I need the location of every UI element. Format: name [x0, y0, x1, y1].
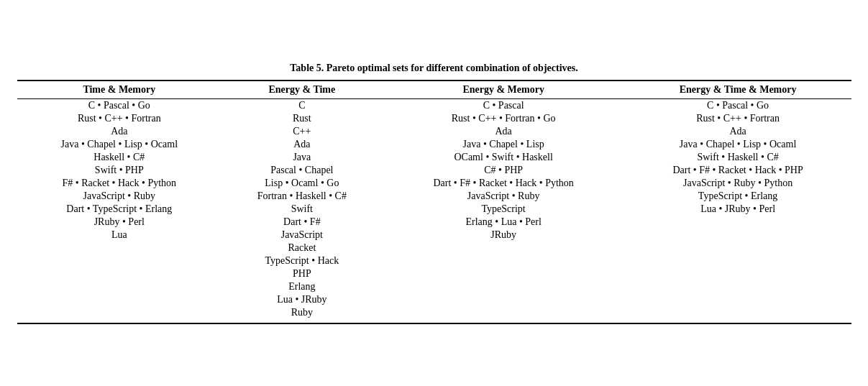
- table-row: AdaC++AdaAda: [17, 125, 851, 138]
- table-cell: Erlang: [221, 280, 382, 293]
- table-row: Rust • C++ • FortranRustRust • C++ • For…: [17, 112, 851, 125]
- table-cell: Ada: [221, 138, 382, 151]
- table-row: Dart • TypeScript • ErlangSwiftTypeScrip…: [17, 203, 851, 216]
- table-cell: Dart • TypeScript • Erlang: [17, 203, 222, 216]
- table-cell: Rust: [221, 112, 382, 125]
- table-cell: [383, 306, 625, 323]
- table-cell: [17, 280, 222, 293]
- table-container: Table 5. Pareto optimal sets for differe…: [17, 63, 851, 324]
- table-row: PHP: [17, 267, 851, 280]
- table-cell: Dart • F# • Racket • Hack • PHP: [625, 164, 851, 177]
- table-cell: [625, 280, 851, 293]
- table-cell: [17, 254, 222, 267]
- table-cell: Racket: [221, 242, 382, 254]
- table-body: C • Pascal • GoCC • PascalC • Pascal • G…: [17, 98, 851, 323]
- table-cell: Swift • PHP: [17, 164, 222, 177]
- table-row: F# • Racket • Hack • PythonLisp • Ocaml …: [17, 177, 851, 190]
- table-cell: Ruby: [221, 306, 382, 323]
- table-cell: Rust • C++ • Fortran: [625, 112, 851, 125]
- table-cell: Java: [221, 151, 382, 164]
- table-cell: [383, 267, 625, 280]
- table-cell: [625, 293, 851, 306]
- table-cell: Lua • JRuby • Perl: [625, 203, 851, 216]
- col-header-energy-memory: Energy & Memory: [383, 81, 625, 99]
- table-cell: Ada: [383, 125, 625, 138]
- table-cell: [625, 267, 851, 280]
- table-title-bold: Table 5.: [290, 63, 324, 73]
- table-cell: JavaScript • Ruby: [17, 190, 222, 203]
- table-cell: Ada: [625, 125, 851, 138]
- table-cell: JavaScript: [221, 229, 382, 242]
- table-row: JavaScript • RubyFortran • Haskell • C#J…: [17, 190, 851, 203]
- table-cell: C • Pascal: [383, 98, 625, 112]
- table-cell: C# • PHP: [383, 164, 625, 177]
- col-header-energy-time-memory: Energy & Time & Memory: [625, 81, 851, 99]
- col-header-time-memory: Time & Memory: [17, 81, 222, 99]
- table-cell: [17, 293, 222, 306]
- table-cell: [625, 254, 851, 267]
- table-cell: Lua: [17, 229, 222, 242]
- table-cell: C++: [221, 125, 382, 138]
- table-cell: Java • Chapel • Lisp • Ocaml: [625, 138, 851, 151]
- table-cell: C • Pascal • Go: [17, 98, 222, 112]
- table-cell: Swift • Haskell • C#: [625, 151, 851, 164]
- table-cell: PHP: [221, 267, 382, 280]
- table-cell: [625, 216, 851, 229]
- table-cell: F# • Racket • Hack • Python: [17, 177, 222, 190]
- data-table: Time & Memory Energy & Time Energy & Mem…: [17, 80, 851, 324]
- table-row: Java • Chapel • Lisp • OcamlAdaJava • Ch…: [17, 138, 851, 151]
- table-cell: TypeScript • Erlang: [625, 190, 851, 203]
- table-cell: TypeScript • Hack: [221, 254, 382, 267]
- table-title-normal: Pareto optimal sets for different combin…: [324, 63, 577, 73]
- table-cell: OCaml • Swift • Haskell: [383, 151, 625, 164]
- table-cell: JavaScript • Ruby: [383, 190, 625, 203]
- table-cell: Ada: [17, 125, 222, 138]
- header-row: Time & Memory Energy & Time Energy & Mem…: [17, 81, 851, 99]
- table-cell: Java • Chapel • Lisp: [383, 138, 625, 151]
- table-cell: TypeScript: [383, 203, 625, 216]
- table-row: TypeScript • Hack: [17, 254, 851, 267]
- table-cell: Swift: [221, 203, 382, 216]
- table-cell: Lisp • Ocaml • Go: [221, 177, 382, 190]
- table-row: C • Pascal • GoCC • PascalC • Pascal • G…: [17, 98, 851, 112]
- table-cell: [625, 242, 851, 254]
- table-cell: Java • Chapel • Lisp • Ocaml: [17, 138, 222, 151]
- table-row: Haskell • C#JavaOCaml • Swift • HaskellS…: [17, 151, 851, 164]
- table-row: Lua • JRuby: [17, 293, 851, 306]
- table-row: Ruby: [17, 306, 851, 323]
- table-cell: C • Pascal • Go: [625, 98, 851, 112]
- table-cell: [383, 254, 625, 267]
- table-row: LuaJavaScriptJRuby: [17, 229, 851, 242]
- table-row: Swift • PHPPascal • ChapelC# • PHPDart •…: [17, 164, 851, 177]
- table-cell: Dart • F#: [221, 216, 382, 229]
- table-cell: Rust • C++ • Fortran: [17, 112, 222, 125]
- table-cell: Lua • JRuby: [221, 293, 382, 306]
- table-cell: [625, 306, 851, 323]
- table-cell: C: [221, 98, 382, 112]
- table-cell: Fortran • Haskell • C#: [221, 190, 382, 203]
- table-cell: [17, 242, 222, 254]
- table-row: Racket: [17, 242, 851, 254]
- table-cell: [383, 280, 625, 293]
- table-cell: Dart • F# • Racket • Hack • Python: [383, 177, 625, 190]
- table-cell: JavaScript • Ruby • Python: [625, 177, 851, 190]
- table-row: JRuby • PerlDart • F#Erlang • Lua • Perl: [17, 216, 851, 229]
- col-header-energy-time: Energy & Time: [221, 81, 382, 99]
- table-cell: [17, 306, 222, 323]
- table-cell: JRuby: [383, 229, 625, 242]
- table-cell: [17, 267, 222, 280]
- table-row: Erlang: [17, 280, 851, 293]
- table-title: Table 5. Pareto optimal sets for differe…: [17, 63, 851, 74]
- table-cell: JRuby • Perl: [17, 216, 222, 229]
- table-cell: [383, 242, 625, 254]
- table-cell: Erlang • Lua • Perl: [383, 216, 625, 229]
- table-cell: Pascal • Chapel: [221, 164, 382, 177]
- table-cell: [383, 293, 625, 306]
- table-cell: [625, 229, 851, 242]
- table-cell: Haskell • C#: [17, 151, 222, 164]
- table-cell: Rust • C++ • Fortran • Go: [383, 112, 625, 125]
